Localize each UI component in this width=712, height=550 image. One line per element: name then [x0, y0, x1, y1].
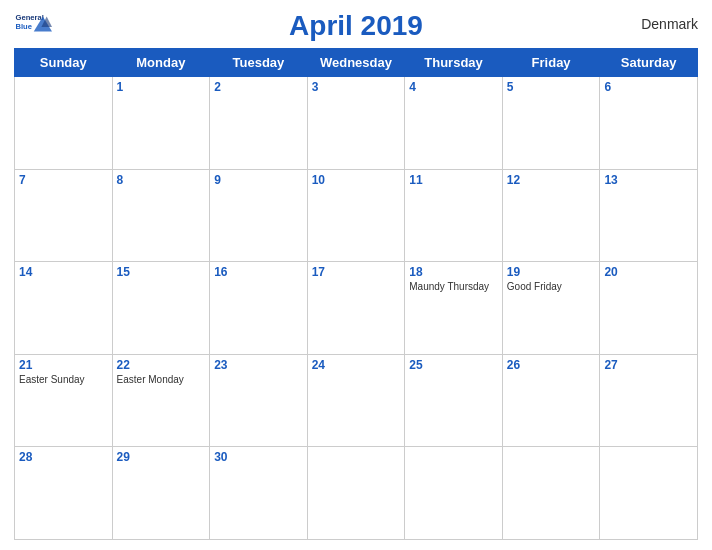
day-cell: 27	[600, 354, 698, 447]
calendar-table: Sunday Monday Tuesday Wednesday Thursday…	[14, 48, 698, 540]
day-cell	[15, 77, 113, 170]
week-row-4: 282930	[15, 447, 698, 540]
day-cell: 10	[307, 169, 405, 262]
weekday-header-row: Sunday Monday Tuesday Wednesday Thursday…	[15, 49, 698, 77]
day-cell: 1	[112, 77, 210, 170]
calendar-title: April 2019	[289, 10, 423, 42]
holiday-label: Easter Monday	[117, 374, 206, 385]
day-cell: 25	[405, 354, 503, 447]
week-row-1: 78910111213	[15, 169, 698, 262]
day-cell: 7	[15, 169, 113, 262]
day-number: 29	[117, 450, 206, 464]
day-cell: 14	[15, 262, 113, 355]
svg-text:General: General	[16, 13, 44, 22]
day-number: 21	[19, 358, 108, 372]
day-cell	[502, 447, 600, 540]
day-cell: 18Maundy Thursday	[405, 262, 503, 355]
day-cell: 5	[502, 77, 600, 170]
day-number: 20	[604, 265, 693, 279]
logo-icon: General Blue	[14, 10, 52, 38]
day-number: 7	[19, 173, 108, 187]
week-row-3: 21Easter Sunday22Easter Monday2324252627	[15, 354, 698, 447]
header-monday: Monday	[112, 49, 210, 77]
day-number: 18	[409, 265, 498, 279]
holiday-label: Easter Sunday	[19, 374, 108, 385]
day-number: 5	[507, 80, 596, 94]
day-number: 25	[409, 358, 498, 372]
day-number: 9	[214, 173, 303, 187]
logo-area: General Blue	[14, 10, 52, 38]
day-cell: 20	[600, 262, 698, 355]
holiday-label: Good Friday	[507, 281, 596, 292]
day-cell: 11	[405, 169, 503, 262]
day-number: 11	[409, 173, 498, 187]
day-number: 24	[312, 358, 401, 372]
day-number: 30	[214, 450, 303, 464]
header-friday: Friday	[502, 49, 600, 77]
day-cell: 4	[405, 77, 503, 170]
day-number: 1	[117, 80, 206, 94]
day-number: 26	[507, 358, 596, 372]
day-number: 13	[604, 173, 693, 187]
calendar-wrapper: General Blue April 2019 Denmark Sunday M…	[0, 0, 712, 550]
header-wednesday: Wednesday	[307, 49, 405, 77]
day-cell: 15	[112, 262, 210, 355]
day-cell	[405, 447, 503, 540]
day-number: 16	[214, 265, 303, 279]
day-cell: 26	[502, 354, 600, 447]
day-cell: 17	[307, 262, 405, 355]
day-cell: 3	[307, 77, 405, 170]
day-number: 12	[507, 173, 596, 187]
svg-text:Blue: Blue	[16, 22, 32, 31]
day-number: 8	[117, 173, 206, 187]
day-cell: 8	[112, 169, 210, 262]
header-saturday: Saturday	[600, 49, 698, 77]
holiday-label: Maundy Thursday	[409, 281, 498, 292]
day-number: 6	[604, 80, 693, 94]
week-row-0: 123456	[15, 77, 698, 170]
day-number: 23	[214, 358, 303, 372]
day-cell: 16	[210, 262, 308, 355]
day-cell: 9	[210, 169, 308, 262]
day-cell: 30	[210, 447, 308, 540]
week-row-2: 1415161718Maundy Thursday19Good Friday20	[15, 262, 698, 355]
day-cell: 21Easter Sunday	[15, 354, 113, 447]
day-cell	[307, 447, 405, 540]
day-cell: 6	[600, 77, 698, 170]
day-cell: 28	[15, 447, 113, 540]
day-number: 27	[604, 358, 693, 372]
day-number: 4	[409, 80, 498, 94]
day-cell: 19Good Friday	[502, 262, 600, 355]
day-cell: 29	[112, 447, 210, 540]
calendar-header: General Blue April 2019 Denmark	[14, 10, 698, 42]
day-number: 15	[117, 265, 206, 279]
day-cell: 2	[210, 77, 308, 170]
header-tuesday: Tuesday	[210, 49, 308, 77]
day-number: 14	[19, 265, 108, 279]
day-number: 10	[312, 173, 401, 187]
day-cell: 12	[502, 169, 600, 262]
header-thursday: Thursday	[405, 49, 503, 77]
day-cell: 23	[210, 354, 308, 447]
day-cell: 22Easter Monday	[112, 354, 210, 447]
day-number: 19	[507, 265, 596, 279]
day-number: 3	[312, 80, 401, 94]
header-sunday: Sunday	[15, 49, 113, 77]
day-number: 22	[117, 358, 206, 372]
day-number: 17	[312, 265, 401, 279]
day-cell: 24	[307, 354, 405, 447]
day-number: 28	[19, 450, 108, 464]
day-cell: 13	[600, 169, 698, 262]
day-cell	[600, 447, 698, 540]
country-label: Denmark	[641, 16, 698, 32]
day-number: 2	[214, 80, 303, 94]
